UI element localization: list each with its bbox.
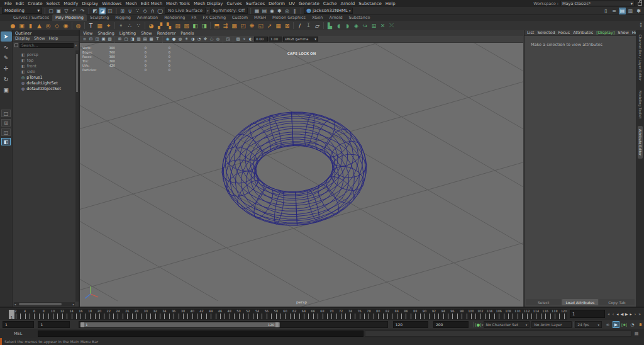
sidebar-attributeeditor-toggle-icon[interactable]: ▥ <box>627 8 634 14</box>
frame-tick[interactable] <box>290 314 291 319</box>
workspace-selector[interactable]: Maya Classic* ▾ <box>560 1 635 6</box>
menu-edit[interactable]: Edit <box>14 1 26 6</box>
platonic-solid-icon[interactable]: ◍ <box>74 21 82 30</box>
layout-four-pane[interactable]: ⊞ <box>1 119 11 127</box>
frame-tick[interactable] <box>323 314 323 319</box>
shelf-tab-substance[interactable]: Substance <box>346 14 374 21</box>
frame-tick[interactable] <box>127 314 128 319</box>
frame-tick[interactable] <box>513 314 513 319</box>
select-button[interactable]: Select <box>526 299 561 305</box>
frame-tick[interactable] <box>253 314 253 319</box>
frame-tick[interactable] <box>462 314 462 319</box>
pause-viewport-icon[interactable]: ∥ <box>291 8 298 14</box>
select-component-icon[interactable]: ◫ <box>106 8 113 14</box>
frame-tick[interactable] <box>234 314 235 319</box>
poke-icon[interactable]: ◱ <box>257 21 265 30</box>
frame-tick[interactable] <box>20 314 21 319</box>
shelf-tab-poly-modeling[interactable]: Poly Modeling <box>52 14 87 21</box>
frame-tick[interactable] <box>271 314 272 319</box>
frame-tick[interactable] <box>508 314 509 319</box>
film-gate-icon[interactable]: ▢ <box>123 37 129 42</box>
poly-cylinder-icon[interactable]: ▮ <box>26 21 35 30</box>
open-scene-icon[interactable]: ▣ <box>55 8 62 14</box>
sidebar-toolsettings-toggle-icon[interactable]: ≡ <box>611 8 618 14</box>
frame-tick[interactable] <box>192 314 193 319</box>
frame-tick[interactable] <box>160 314 160 319</box>
offset-edge-loop-icon[interactable]: ⊞ <box>370 21 378 30</box>
anim-preferences-icon[interactable]: ◔ <box>629 321 636 328</box>
frame-tick[interactable] <box>378 314 379 319</box>
frame-tick[interactable] <box>489 314 490 319</box>
frame-tick[interactable] <box>62 314 63 319</box>
frame-tick[interactable] <box>155 314 156 319</box>
menu-display[interactable]: Display <box>80 1 100 6</box>
current-frame-marker[interactable]: 1 <box>9 310 14 319</box>
frame-tick[interactable] <box>294 314 295 319</box>
multi-cut-icon[interactable]: ◖ <box>335 21 343 30</box>
poly-sphere-icon[interactable]: ● <box>9 21 17 30</box>
frame-tick[interactable] <box>76 314 77 319</box>
anim-end-field[interactable]: 200 <box>433 321 469 328</box>
step-forward-key-button[interactable]: ▸ <box>629 310 633 318</box>
playback-options-icon[interactable]: ▶ <box>613 321 619 328</box>
frame-tick[interactable] <box>364 314 365 319</box>
scroll-right-icon[interactable]: ▸ <box>72 303 75 306</box>
xray-joints-icon[interactable]: ⚬ <box>242 37 247 42</box>
menu-surfaces[interactable]: Surfaces <box>244 1 267 6</box>
frame-tick[interactable] <box>67 314 67 319</box>
viewport-menu-lighting[interactable]: Lighting <box>119 31 136 36</box>
frame-tick[interactable] <box>518 314 518 319</box>
frame-tick[interactable] <box>475 314 476 319</box>
ae-menu-show[interactable]: Show <box>618 30 629 35</box>
frame-tick[interactable] <box>257 314 258 319</box>
frame-tick[interactable] <box>267 314 267 319</box>
live-surface-field[interactable]: No Live Surface <box>165 8 206 14</box>
frame-tick[interactable] <box>216 314 216 319</box>
save-scene-icon[interactable]: ▽ <box>63 8 70 14</box>
rotate-tool[interactable]: ↻ <box>1 74 12 84</box>
shelf-scroll[interactable]: ▲▼ <box>639 21 643 30</box>
menu-windows[interactable]: Windows <box>100 1 123 6</box>
frame-tick[interactable] <box>248 314 248 319</box>
gamma-field[interactable]: 1.00 <box>269 37 282 42</box>
play-forwards-button[interactable]: ▶ <box>625 310 628 318</box>
shaded-icon[interactable]: ● <box>171 37 177 42</box>
auto-key-icon[interactable]: [✚] <box>621 321 628 328</box>
menuset-selector[interactable]: Modeling ▾ <box>2 8 42 14</box>
target-weld-icon[interactable]: ◗ <box>343 21 352 30</box>
bevel-bracket-icon[interactable]: ◧ <box>191 21 199 30</box>
combine-icon[interactable]: ▞ <box>156 21 164 30</box>
viewport-menu-show[interactable]: Show <box>141 31 152 36</box>
playback-start-field[interactable]: 1 <box>38 321 69 328</box>
frame-tick[interactable] <box>34 314 35 319</box>
frame-tick[interactable] <box>169 314 170 319</box>
shelf-tab-curves-surfaces[interactable]: Curves / Surfaces <box>10 14 52 21</box>
frame-tick[interactable] <box>187 314 188 319</box>
poly-cube-icon[interactable]: ▣ <box>18 21 26 30</box>
frame-tick[interactable] <box>392 314 392 319</box>
range-slider-bar[interactable]: 1 120 <box>80 322 280 327</box>
snap-grid-icon[interactable]: ⊞ <box>119 8 126 14</box>
frame-tick[interactable] <box>494 314 495 319</box>
frame-tick[interactable] <box>118 314 118 319</box>
frame-tick[interactable] <box>331 314 332 319</box>
scroll-down-icon[interactable]: ▼ <box>640 25 641 28</box>
outliner-item-front[interactable]: ◧front <box>13 63 75 69</box>
command-line-input[interactable] <box>38 331 364 337</box>
duplicate-icon[interactable]: ◰ <box>239 21 247 30</box>
scroll-left-icon[interactable]: ◂ <box>14 303 16 306</box>
outliner-menu-show[interactable]: Show <box>34 36 45 41</box>
svg-tool-icon[interactable]: ▦ <box>96 21 104 30</box>
wedge-icon[interactable]: ❋ <box>248 21 256 30</box>
textured-icon[interactable]: ◍ <box>177 37 183 42</box>
frame-tick[interactable] <box>536 314 536 319</box>
frame-tick[interactable] <box>132 314 133 319</box>
frame-tick[interactable] <box>99 314 100 319</box>
soft-mod-icon[interactable]: ∵ <box>135 21 143 30</box>
character-set-key-icon[interactable]: [●] <box>475 321 482 328</box>
outliner-hscrollbar[interactable]: ◂ ▸ <box>14 302 75 306</box>
side-tab-modeling-toolkit[interactable]: Modeling Toolkit <box>638 88 643 122</box>
exposure-icon[interactable]: ◐ <box>248 37 253 42</box>
frame-tick[interactable] <box>341 314 341 319</box>
frame-tick[interactable] <box>280 314 281 319</box>
